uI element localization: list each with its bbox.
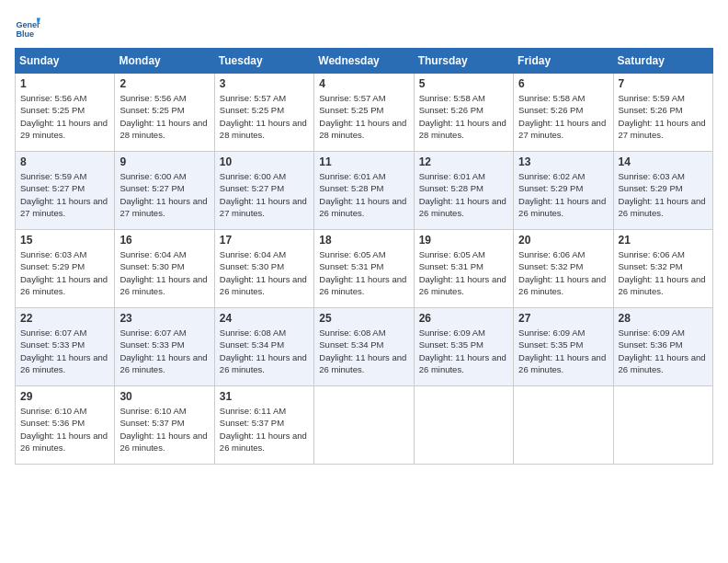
calendar-cell: 12 Sunrise: 6:01 AMSunset: 5:28 PMDaylig… bbox=[414, 152, 513, 230]
day-number: 13 bbox=[518, 155, 608, 168]
day-info: Sunrise: 5:59 AMSunset: 5:27 PMDaylight:… bbox=[20, 171, 108, 218]
day-number: 25 bbox=[319, 312, 408, 325]
day-info: Sunrise: 5:56 AMSunset: 5:25 PMDaylight:… bbox=[119, 93, 207, 140]
calendar-cell: 17 Sunrise: 6:04 AMSunset: 5:30 PMDaylig… bbox=[214, 230, 313, 308]
day-number: 7 bbox=[619, 77, 708, 90]
calendar-cell: 31 Sunrise: 6:11 AMSunset: 5:37 PMDaylig… bbox=[214, 386, 313, 465]
calendar-cell: 14 Sunrise: 6:03 AMSunset: 5:29 PMDaylig… bbox=[613, 152, 712, 230]
day-info: Sunrise: 6:04 AMSunset: 5:30 PMDaylight:… bbox=[119, 249, 207, 296]
calendar-cell: 21 Sunrise: 6:06 AMSunset: 5:32 PMDaylig… bbox=[613, 230, 712, 308]
day-info: Sunrise: 6:09 AMSunset: 5:36 PMDaylight:… bbox=[619, 327, 706, 374]
calendar-cell: 26 Sunrise: 6:09 AMSunset: 5:35 PMDaylig… bbox=[414, 308, 513, 386]
calendar-cell: 7 Sunrise: 5:59 AMSunset: 5:26 PMDayligh… bbox=[613, 74, 712, 152]
day-info: Sunrise: 5:56 AMSunset: 5:25 PMDaylight:… bbox=[20, 93, 108, 140]
day-number: 27 bbox=[518, 312, 608, 325]
calendar-cell: 30 Sunrise: 6:10 AMSunset: 5:37 PMDaylig… bbox=[115, 386, 214, 465]
day-info: Sunrise: 6:03 AMSunset: 5:29 PMDaylight:… bbox=[619, 171, 706, 218]
calendar-cell: 27 Sunrise: 6:09 AMSunset: 5:35 PMDaylig… bbox=[514, 308, 613, 386]
day-number: 24 bbox=[220, 312, 309, 325]
calendar-cell: 22 Sunrise: 6:07 AMSunset: 5:33 PMDaylig… bbox=[16, 308, 115, 386]
calendar-cell: 2 Sunrise: 5:56 AMSunset: 5:25 PMDayligh… bbox=[115, 74, 214, 152]
col-header-friday: Friday bbox=[514, 49, 613, 74]
svg-text:General: General bbox=[16, 20, 40, 29]
day-info: Sunrise: 6:00 AMSunset: 5:27 PMDaylight:… bbox=[220, 171, 307, 218]
day-info: Sunrise: 6:07 AMSunset: 5:33 PMDaylight:… bbox=[119, 327, 207, 374]
day-number: 9 bbox=[119, 155, 209, 168]
day-info: Sunrise: 6:11 AMSunset: 5:37 PMDaylight:… bbox=[220, 406, 307, 453]
day-number: 8 bbox=[20, 155, 109, 168]
logo-icon: General Blue bbox=[15, 15, 40, 40]
day-info: Sunrise: 6:06 AMSunset: 5:32 PMDaylight:… bbox=[518, 249, 606, 296]
calendar-cell: 25 Sunrise: 6:08 AMSunset: 5:34 PMDaylig… bbox=[314, 308, 414, 386]
day-info: Sunrise: 6:05 AMSunset: 5:31 PMDaylight:… bbox=[319, 249, 406, 296]
day-info: Sunrise: 5:59 AMSunset: 5:26 PMDaylight:… bbox=[619, 93, 706, 140]
svg-text:Blue: Blue bbox=[16, 29, 34, 39]
calendar-cell: 20 Sunrise: 6:06 AMSunset: 5:32 PMDaylig… bbox=[514, 230, 613, 308]
day-number: 29 bbox=[20, 390, 109, 403]
day-info: Sunrise: 6:03 AMSunset: 5:29 PMDaylight:… bbox=[20, 249, 108, 296]
calendar-cell: 13 Sunrise: 6:02 AMSunset: 5:29 PMDaylig… bbox=[514, 152, 613, 230]
day-number: 31 bbox=[220, 390, 309, 403]
calendar-cell: 23 Sunrise: 6:07 AMSunset: 5:33 PMDaylig… bbox=[115, 308, 214, 386]
calendar-cell: 3 Sunrise: 5:57 AMSunset: 5:25 PMDayligh… bbox=[214, 74, 313, 152]
col-header-wednesday: Wednesday bbox=[314, 49, 414, 74]
calendar-week-row: 8 Sunrise: 5:59 AMSunset: 5:27 PMDayligh… bbox=[16, 152, 713, 230]
calendar-cell: 4 Sunrise: 5:57 AMSunset: 5:25 PMDayligh… bbox=[314, 74, 414, 152]
day-info: Sunrise: 6:01 AMSunset: 5:28 PMDaylight:… bbox=[319, 171, 406, 218]
day-info: Sunrise: 6:08 AMSunset: 5:34 PMDaylight:… bbox=[220, 327, 307, 374]
col-header-saturday: Saturday bbox=[613, 49, 712, 74]
col-header-monday: Monday bbox=[115, 49, 214, 74]
calendar-cell bbox=[514, 386, 613, 465]
col-header-thursday: Thursday bbox=[414, 49, 513, 74]
day-info: Sunrise: 6:01 AMSunset: 5:28 PMDaylight:… bbox=[419, 171, 506, 218]
day-number: 12 bbox=[419, 155, 508, 168]
day-info: Sunrise: 5:57 AMSunset: 5:25 PMDaylight:… bbox=[220, 93, 307, 140]
logo: General Blue bbox=[15, 15, 44, 40]
day-number: 6 bbox=[518, 77, 608, 90]
day-number: 26 bbox=[419, 312, 508, 325]
header: General Blue bbox=[15, 15, 713, 40]
day-info: Sunrise: 6:00 AMSunset: 5:27 PMDaylight:… bbox=[119, 171, 207, 218]
day-info: Sunrise: 6:08 AMSunset: 5:34 PMDaylight:… bbox=[319, 327, 406, 374]
day-info: Sunrise: 6:02 AMSunset: 5:29 PMDaylight:… bbox=[518, 171, 606, 218]
day-number: 17 bbox=[220, 234, 309, 247]
day-info: Sunrise: 5:58 AMSunset: 5:26 PMDaylight:… bbox=[419, 93, 506, 140]
day-info: Sunrise: 6:05 AMSunset: 5:31 PMDaylight:… bbox=[419, 249, 506, 296]
day-number: 18 bbox=[319, 234, 408, 247]
day-number: 3 bbox=[220, 77, 309, 90]
day-number: 10 bbox=[220, 155, 309, 168]
day-info: Sunrise: 6:09 AMSunset: 5:35 PMDaylight:… bbox=[419, 327, 506, 374]
calendar-header-row: SundayMondayTuesdayWednesdayThursdayFrid… bbox=[16, 49, 713, 74]
calendar-week-row: 29 Sunrise: 6:10 AMSunset: 5:36 PMDaylig… bbox=[16, 386, 713, 465]
day-number: 5 bbox=[419, 77, 508, 90]
day-number: 21 bbox=[619, 234, 708, 247]
day-number: 16 bbox=[119, 234, 209, 247]
day-info: Sunrise: 6:07 AMSunset: 5:33 PMDaylight:… bbox=[20, 327, 108, 374]
col-header-tuesday: Tuesday bbox=[214, 49, 313, 74]
day-info: Sunrise: 5:58 AMSunset: 5:26 PMDaylight:… bbox=[518, 93, 606, 140]
calendar-week-row: 15 Sunrise: 6:03 AMSunset: 5:29 PMDaylig… bbox=[16, 230, 713, 308]
day-info: Sunrise: 6:09 AMSunset: 5:35 PMDaylight:… bbox=[518, 327, 606, 374]
day-number: 22 bbox=[20, 312, 109, 325]
day-number: 2 bbox=[119, 77, 209, 90]
calendar-cell: 15 Sunrise: 6:03 AMSunset: 5:29 PMDaylig… bbox=[16, 230, 115, 308]
calendar-week-row: 1 Sunrise: 5:56 AMSunset: 5:25 PMDayligh… bbox=[16, 74, 713, 152]
calendar-cell bbox=[613, 386, 712, 465]
calendar-cell: 6 Sunrise: 5:58 AMSunset: 5:26 PMDayligh… bbox=[514, 74, 613, 152]
day-number: 28 bbox=[619, 312, 708, 325]
day-number: 23 bbox=[119, 312, 209, 325]
calendar-cell: 29 Sunrise: 6:10 AMSunset: 5:36 PMDaylig… bbox=[16, 386, 115, 465]
calendar-cell: 10 Sunrise: 6:00 AMSunset: 5:27 PMDaylig… bbox=[214, 152, 313, 230]
calendar-week-row: 22 Sunrise: 6:07 AMSunset: 5:33 PMDaylig… bbox=[16, 308, 713, 386]
calendar-cell: 5 Sunrise: 5:58 AMSunset: 5:26 PMDayligh… bbox=[414, 74, 513, 152]
calendar: SundayMondayTuesdayWednesdayThursdayFrid… bbox=[15, 48, 713, 465]
day-number: 19 bbox=[419, 234, 508, 247]
day-number: 1 bbox=[20, 77, 109, 90]
day-number: 20 bbox=[518, 234, 608, 247]
calendar-cell: 11 Sunrise: 6:01 AMSunset: 5:28 PMDaylig… bbox=[314, 152, 414, 230]
calendar-cell: 24 Sunrise: 6:08 AMSunset: 5:34 PMDaylig… bbox=[214, 308, 313, 386]
calendar-cell: 8 Sunrise: 5:59 AMSunset: 5:27 PMDayligh… bbox=[16, 152, 115, 230]
day-number: 11 bbox=[319, 155, 408, 168]
day-info: Sunrise: 6:10 AMSunset: 5:37 PMDaylight:… bbox=[119, 406, 207, 453]
calendar-cell: 16 Sunrise: 6:04 AMSunset: 5:30 PMDaylig… bbox=[115, 230, 214, 308]
